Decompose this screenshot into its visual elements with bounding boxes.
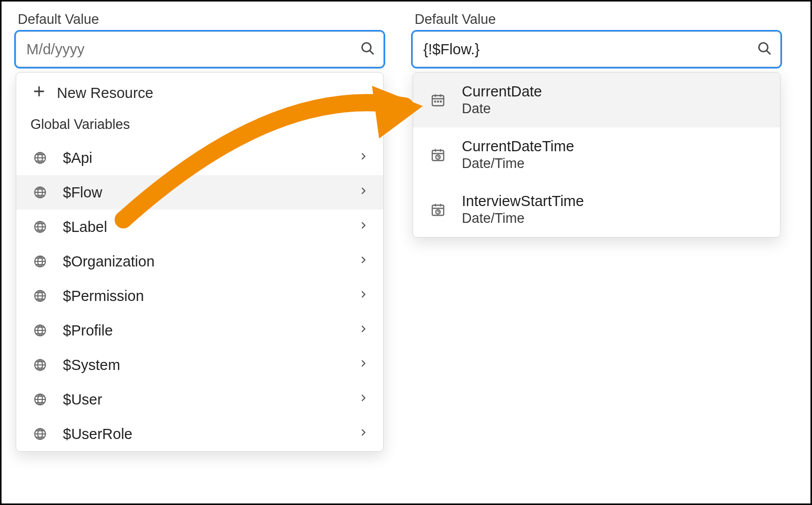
globe-icon — [32, 185, 48, 200]
chevron-right-icon — [359, 356, 368, 374]
global-variable-label: $System — [63, 357, 359, 374]
default-value-panel-right: Default Value CurrentDateDate CurrentDat… — [413, 12, 781, 238]
global-variable-label: $Organization — [63, 253, 359, 270]
flow-option-type: Date/Time — [462, 210, 584, 227]
global-variable-label: $Label — [63, 219, 359, 235]
resource-dropdown: New Resource Global Variables $Api $Flow… — [16, 72, 384, 452]
default-value-panel-left: Default Value New Resource Global Variab… — [16, 12, 384, 452]
globe-icon — [32, 288, 48, 304]
global-variable-item[interactable]: $Api — [16, 141, 383, 175]
search-input[interactable] — [422, 41, 757, 58]
global-variable-label: $Api — [63, 150, 359, 166]
global-variable-item[interactable]: $UserRole — [16, 417, 383, 451]
globe-icon — [32, 323, 48, 338]
globe-icon — [32, 219, 48, 234]
calendar-clock-icon — [429, 202, 447, 217]
flow-option-item[interactable]: CurrentDateTimeDate/Time — [413, 127, 780, 182]
global-variable-label: $UserRole — [63, 426, 359, 443]
global-variable-item[interactable]: $System — [16, 348, 383, 382]
section-title-global-vars: Global Variables — [16, 114, 383, 141]
plus-icon — [32, 85, 46, 102]
svg-rect-21 — [440, 100, 442, 103]
global-variable-label: $Permission — [63, 288, 359, 305]
flow-option-item[interactable]: InterviewStartTimeDate/Time — [413, 182, 780, 237]
global-variable-label: $User — [63, 391, 359, 408]
globe-icon — [32, 254, 48, 269]
chevron-right-icon — [359, 425, 368, 443]
calendar-date-icon — [429, 92, 447, 108]
flow-option-name: CurrentDateTime — [462, 137, 574, 155]
field-label: Default Value — [415, 12, 781, 27]
global-variable-item[interactable]: $Profile — [16, 313, 383, 348]
chevron-right-icon — [359, 391, 368, 409]
globe-icon — [32, 426, 48, 442]
flow-option-item[interactable]: CurrentDateDate — [413, 73, 780, 127]
chevron-right-icon — [359, 149, 368, 167]
new-resource-label: New Resource — [57, 85, 153, 102]
calendar-clock-icon — [429, 147, 447, 162]
svg-line-14 — [767, 51, 770, 54]
flow-option-type: Date — [462, 100, 542, 118]
flow-option-type: Date/Time — [462, 155, 574, 173]
search-icon — [360, 41, 375, 58]
global-variable-label: $Profile — [63, 322, 359, 339]
global-variable-item[interactable]: $Organization — [16, 244, 383, 279]
globe-icon — [32, 357, 48, 373]
svg-rect-20 — [437, 100, 439, 103]
global-variable-item[interactable]: $User — [16, 382, 383, 417]
flow-option-name: CurrentDate — [462, 82, 542, 100]
svg-rect-19 — [434, 100, 436, 103]
global-variable-item[interactable]: $Flow — [16, 175, 383, 210]
search-icon — [757, 41, 772, 58]
flow-dropdown: CurrentDateDate CurrentDateTimeDate/Time… — [413, 72, 781, 238]
chevron-right-icon — [359, 218, 368, 236]
chevron-right-icon — [359, 322, 368, 340]
flow-option-name: InterviewStartTime — [462, 192, 584, 210]
search-input-container[interactable] — [16, 31, 384, 67]
chevron-right-icon — [359, 253, 368, 271]
search-input-container[interactable] — [413, 31, 781, 67]
flow-item-list: CurrentDateDate CurrentDateTimeDate/Time… — [413, 73, 780, 237]
chevron-right-icon — [359, 184, 368, 201]
svg-line-1 — [370, 51, 374, 54]
globe-icon — [32, 392, 48, 407]
new-resource-button[interactable]: New Resource — [16, 73, 383, 114]
search-input[interactable] — [25, 41, 360, 58]
global-variable-item[interactable]: $Label — [16, 210, 383, 244]
globe-icon — [32, 150, 48, 165]
global-variable-list: $Api $Flow $Label $Organization $Permiss… — [16, 141, 383, 451]
field-label: Default Value — [18, 12, 384, 27]
chevron-right-icon — [359, 287, 368, 305]
global-variable-item[interactable]: $Permission — [16, 279, 383, 313]
global-variable-label: $Flow — [63, 184, 359, 201]
